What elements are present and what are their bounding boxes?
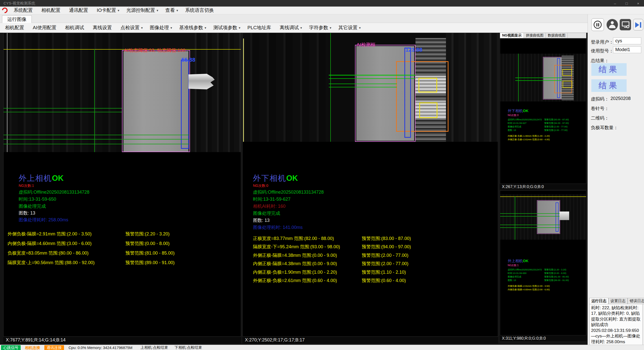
green-vertical-line	[94, 49, 95, 152]
login-user-value[interactable]: cys	[613, 38, 641, 44]
thumb-photo	[500, 194, 586, 240]
cpu-memory-status: Cpu: 0.0% Memory: 3424.41796875M	[69, 345, 132, 350]
camera-title: 外上相机OK	[19, 173, 64, 184]
thumb-measure-lines: 内侧正极-负极=1.90mm 范围:(1.00 - 2.20) 外侧正极-负极=…	[508, 134, 583, 141]
machine-stripes	[190, 33, 241, 152]
machine-stripes	[243, 33, 328, 142]
virtual-code: 虚拟码:Offline20250208133134728	[253, 189, 324, 195]
user-button[interactable]	[606, 19, 618, 30]
green-measure-line	[500, 216, 560, 217]
toolbar-item-plc-address-lib[interactable]: PLC地址库	[244, 23, 276, 32]
chevron-down-icon: ▾	[359, 26, 361, 30]
camera-result-ok: OK	[286, 174, 298, 183]
thumb-ng-count: NG次数:0	[508, 114, 519, 117]
toolbar-item-baseline-params[interactable]: 基准线参数▾	[176, 23, 210, 32]
tab-error-log[interactable]: 错误日志	[628, 298, 644, 304]
virtual-code-label: 虚拟码：	[591, 96, 609, 102]
log-output[interactable]: 耗时: 222, 缺陷检测耗时: 17, 缺陷分类耗时: 0, 缺陷提取分区耗时…	[589, 304, 643, 350]
ng-thumbnail-upper[interactable]: 外上相机OK NG次数:1 虚拟码:Offline202502081331347…	[500, 190, 586, 335]
thumb-range-column: 预警范围:(83.00 - 87.00) 预警范围:(94.00 - 97.00…	[544, 118, 585, 132]
ai-time: 相机AI耗时: 160	[253, 203, 285, 209]
toolbar-item-image-processing[interactable]: 图像处理▾	[146, 23, 176, 32]
tab-data-curve[interactable]: 数据曲线图	[546, 33, 568, 38]
comm-connect-status-badge: 通讯连接	[44, 345, 64, 350]
ng-count: NG次数:0	[253, 184, 268, 188]
log-entry: 2025:02:08-13:31:59:650—cys—外上相机—图像处理耗时:…	[591, 328, 641, 345]
maximize-button[interactable]: □	[621, 0, 632, 7]
log-entry: 耗时: 222, 缺陷检测耗时: 17, 缺陷分类耗时: 0, 缺陷提取分区耗时…	[591, 305, 641, 328]
measurement-row: 内侧负极-隔膜=4.60mm 范围:(3.00 - 6.00)预警范围:(0.0…	[4, 240, 241, 247]
thumb-photo	[500, 54, 586, 101]
pause-icon	[594, 21, 602, 29]
info-panel: 登录用户： cys 使用型号： Model1 总结果： 结果 结果 虚拟码： 2…	[588, 14, 644, 350]
close-button[interactable]: ×	[632, 0, 644, 7]
result-badge-1: 结果	[591, 63, 627, 76]
toolbar-item-ai-usage-config[interactable]: AI使用配置	[29, 23, 61, 32]
green-measure-line	[4, 135, 189, 135]
machine-stripes	[446, 33, 498, 142]
yellow-edge-line	[243, 39, 244, 142]
menu-item-language-switch[interactable]: 系统语言切换	[182, 7, 219, 14]
tab-detect-box-yellow	[419, 102, 437, 118]
camera-upper-photo: AI动态阈值:93, 动态阈值:100 55.88	[4, 33, 241, 152]
thumb-camera-title: 外上相机OK	[508, 259, 529, 263]
measure-value-text: 123.88	[405, 47, 422, 53]
green-measure-line	[500, 213, 560, 214]
model-value[interactable]: Model1	[613, 46, 641, 53]
menu-item-light-control-config[interactable]: 光源控制配置▾	[123, 7, 162, 14]
green-measure-line	[329, 84, 397, 84]
toolbar-item-other-settings[interactable]: 其它设置▾	[335, 23, 364, 32]
pause-button[interactable]	[591, 18, 604, 31]
menu-item-comm-config[interactable]: 通讯配置	[66, 7, 93, 14]
menu-item-view[interactable]: 查看▾	[162, 7, 182, 14]
process-done: 图像处理完成	[253, 210, 280, 216]
detection-box-orange	[396, 61, 448, 132]
camera-name: 外上相机	[19, 174, 52, 183]
menu-bar: 系统配置 相机配置 通讯配置 IO卡配置▾ 光源控制配置▾ 查看▾ 系统语言切换	[0, 7, 644, 14]
green-measure-line	[515, 78, 562, 78]
tab-run-image[interactable]: 运行图像	[2, 15, 32, 23]
machine-stripes	[4, 33, 123, 152]
ng-count: NG次数:1	[19, 184, 34, 188]
chevron-down-icon: ▾	[205, 26, 206, 30]
negative-tab-count-label: 负极耳数量：	[591, 125, 618, 131]
green-measure-line	[4, 144, 189, 144]
ng-view-sidebar: NG视图显示 拼接曲线图 数据曲线图 外下相机OK NG次数:0	[500, 33, 586, 341]
toolbar-item-offline-settings[interactable]: 离线设置	[89, 23, 117, 32]
camera-view-lower[interactable]: AI检测框 123.88 外下相机OK NG次数:0 虚拟码:Offline20…	[242, 33, 498, 337]
camera-result-ok: OK	[52, 174, 64, 183]
camera-view-upper[interactable]: AI动态阈值:93, 动态阈值:100 55.88 外上相机OK NG次数:1 …	[3, 33, 241, 337]
green-measure-line	[329, 87, 397, 87]
measurement-row: 外侧正极-隔膜=4.38mm 范围:(0.00 - 9.00)预警范围:(2.0…	[243, 252, 498, 259]
menu-item-io-card-config[interactable]: IO卡配置▾	[93, 7, 123, 14]
virtual-code: 虚拟码:Offline20250208133134728	[19, 189, 89, 195]
measurement-row: 外侧负极-隔膜=2.91mm 范围:(2.00 - 3.50)预警范围:(2.2…	[4, 231, 241, 237]
heartbeat-status-badge: 心跳信号	[1, 345, 21, 350]
camera-name: 外下相机	[253, 174, 286, 183]
tab-splice-curve[interactable]: 拼接曲线图	[524, 33, 546, 38]
monitor-settings-button[interactable]	[620, 19, 631, 30]
next-button[interactable]	[633, 19, 643, 30]
minimize-button[interactable]: –	[609, 0, 621, 7]
thumb-lower-cursor-status: X:267;Y:13;R:0;G:0;B:0	[500, 184, 586, 190]
toolbar-item-test-item-params[interactable]: 测试项参数▾	[210, 23, 244, 32]
ng-thumbnail-lower[interactable]: 外下相机OK NG次数:0 虚拟码:Offline202502081331347…	[500, 38, 586, 184]
menu-item-system-config[interactable]: 系统配置	[10, 7, 38, 14]
camera-upper-cursor-status: X:7677;Y:891;R:14;G:14;B:14	[3, 337, 241, 343]
toolbar-item-spot-check-settings[interactable]: 点检设置▾	[117, 23, 146, 32]
tab-ng-view[interactable]: NG视图显示	[500, 33, 524, 38]
tab-settings-log[interactable]: 设置日志	[608, 298, 628, 304]
measurement-row: 正极宽度=83.77mm 范围:(82.00 - 88.00)预警范围:(83.…	[243, 235, 498, 242]
user-icon	[611, 21, 614, 24]
toolbar-item-char-params[interactable]: 字符参数▾	[306, 23, 335, 32]
green-vertical-line	[330, 33, 331, 142]
toolbar-item-offline-debug[interactable]: 离线调试▾	[276, 23, 306, 32]
toolbar-item-camera-config[interactable]: 相机配置	[2, 23, 29, 32]
tab-detect-box-yellow	[562, 69, 572, 76]
yellow-reference-line	[4, 49, 241, 50]
tab-run-log[interactable]: 运行日志	[589, 298, 608, 304]
menu-item-camera-config[interactable]: 相机配置	[38, 7, 66, 14]
toolbar-item-camera-debug[interactable]: 相机调试	[61, 23, 89, 32]
metal-tab	[560, 212, 569, 220]
measure-box-blue	[404, 48, 411, 138]
